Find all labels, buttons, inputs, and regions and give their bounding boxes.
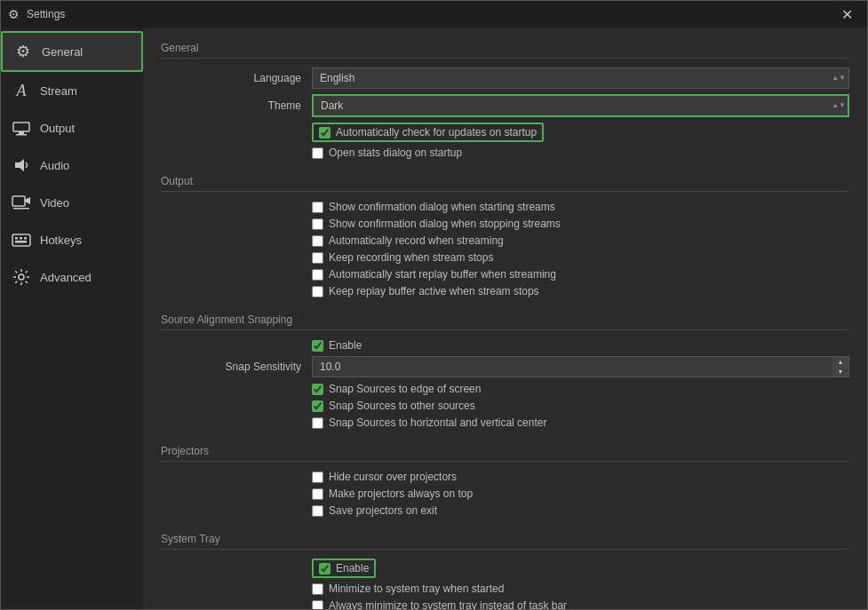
snap-sensitivity-label: Snap Sensitivity <box>161 360 312 373</box>
language-select-wrapper: English <box>312 67 849 89</box>
sidebar-label-hotkeys: Hotkeys <box>40 234 82 247</box>
check-updates-checkbox[interactable] <box>319 127 330 139</box>
general-section-title: General <box>161 42 849 59</box>
theme-control: Dark <box>312 94 849 117</box>
projector-checkbox-1[interactable] <box>312 488 323 500</box>
sidebar-label-audio: Audio <box>40 159 69 172</box>
check-updates-row: Automatically check for updates on start… <box>161 123 849 142</box>
tray-cb-0: Minimize to system tray when started <box>161 582 849 595</box>
sidebar-item-stream[interactable]: A Stream <box>1 72 143 109</box>
output-checkbox-4[interactable] <box>312 269 323 281</box>
snap-sensitivity-control: ▲ ▼ <box>312 356 849 377</box>
theme-select-wrapper: Dark <box>312 94 849 117</box>
open-stats-checkbox[interactable] <box>312 147 323 159</box>
language-select[interactable]: English <box>312 67 849 89</box>
language-row: Language English <box>161 67 849 89</box>
projector-checkbox-2[interactable] <box>312 505 323 517</box>
open-stats-row: Open stats dialog on startup <box>161 147 849 159</box>
output-icon <box>12 118 31 138</box>
svg-rect-8 <box>15 237 18 240</box>
output-cb-row-1: Show confirmation dialog when stopping s… <box>161 218 849 230</box>
theme-select[interactable]: Dark <box>312 94 849 117</box>
title-bar-left: ⚙ Settings <box>8 7 65 21</box>
system-tray-section: System Tray Enable Minimize to system tr… <box>161 533 849 609</box>
output-checkbox-1[interactable] <box>312 218 323 230</box>
snap-other-row: Snap Sources to other sources <box>161 400 849 412</box>
video-icon <box>12 193 31 212</box>
sidebar-item-video[interactable]: Video <box>1 184 143 221</box>
snap-enable-row: Enable <box>161 339 849 352</box>
tray-checkbox-1[interactable] <box>312 600 323 610</box>
output-checkbox-3[interactable] <box>312 252 323 264</box>
output-section: Output Show confirmation dialog when sta… <box>161 175 849 297</box>
output-cb-row-0: Show confirmation dialog when starting s… <box>161 201 849 213</box>
snap-center-row: Snap Sources to horizontal and vertical … <box>161 416 849 429</box>
svg-rect-9 <box>20 237 22 240</box>
svg-rect-7 <box>12 234 30 246</box>
snap-sensitivity-spinners: ▲ ▼ <box>832 356 849 377</box>
tray-enable-row: Enable <box>161 559 376 578</box>
svg-point-12 <box>19 274 24 280</box>
sidebar-label-general: General <box>42 45 83 59</box>
sidebar-label-output: Output <box>40 122 75 135</box>
sidebar-item-general[interactable]: General <box>1 31 143 72</box>
source-alignment-title: Source Alignment Snapping <box>161 313 849 330</box>
tray-enable-checkbox[interactable] <box>319 563 330 574</box>
system-tray-title: System Tray <box>161 533 849 550</box>
sidebar-label-stream: Stream <box>40 84 77 98</box>
output-checkbox-2[interactable] <box>312 235 323 247</box>
output-cb-row-4: Automatically start replay buffer when s… <box>161 268 849 281</box>
svg-rect-11 <box>15 241 27 243</box>
output-checkbox-5[interactable] <box>312 286 323 297</box>
general-section: General Language English <box>161 42 849 159</box>
svg-marker-6 <box>25 197 30 204</box>
content-area: General Language English <box>143 28 867 609</box>
source-alignment-section: Source Alignment Snapping Enable Snap Se… <box>161 313 849 429</box>
stream-icon: A <box>12 81 31 100</box>
output-cb-row-2: Automatically record when streaming <box>161 234 849 247</box>
svg-rect-5 <box>13 208 29 210</box>
theme-label: Theme <box>161 99 312 112</box>
main-content: General A Stream Output <box>1 28 867 609</box>
projectors-section-title: Projectors <box>161 445 849 462</box>
window-icon: ⚙ <box>8 7 20 21</box>
svg-marker-3 <box>15 159 24 171</box>
output-cb-row-5: Keep replay buffer active when stream st… <box>161 285 849 297</box>
snap-center-checkbox[interactable] <box>312 417 323 429</box>
sidebar-item-audio[interactable]: Audio <box>1 147 143 184</box>
close-button[interactable]: ✕ <box>834 4 860 25</box>
sidebar-item-hotkeys[interactable]: Hotkeys <box>1 221 143 258</box>
svg-rect-0 <box>13 123 29 131</box>
tray-checkbox-0[interactable] <box>312 583 323 595</box>
open-stats-label[interactable]: Open stats dialog on startup <box>312 147 462 159</box>
snap-other-checkbox[interactable] <box>312 400 323 412</box>
theme-row: Theme Dark <box>161 94 849 117</box>
advanced-icon <box>12 267 31 287</box>
tray-cb-1: Always minimize to system tray instead o… <box>161 599 849 609</box>
hotkeys-icon <box>12 230 31 250</box>
snap-sensitivity-up[interactable]: ▲ <box>832 357 848 367</box>
snap-sensitivity-input[interactable] <box>312 356 832 377</box>
content-wrapper: General Language English <box>161 42 849 609</box>
language-control: English <box>312 67 849 89</box>
sidebar-item-advanced[interactable]: Advanced <box>1 258 143 296</box>
output-checkbox-0[interactable] <box>312 202 323 213</box>
sidebar-item-output[interactable]: Output <box>1 109 143 147</box>
output-cb-row-3: Keep recording when stream stops <box>161 251 849 264</box>
title-bar: ⚙ Settings ✕ <box>1 1 867 28</box>
projector-checkbox-0[interactable] <box>312 471 323 483</box>
gear-icon <box>13 42 33 61</box>
projector-cb-1: Make projectors always on top <box>161 487 849 500</box>
snap-edge-checkbox[interactable] <box>312 384 323 395</box>
svg-rect-1 <box>19 131 24 134</box>
check-updates-label[interactable]: Automatically check for updates on start… <box>312 123 544 142</box>
projector-cb-0: Hide cursor over projectors <box>161 471 849 483</box>
output-section-title: Output <box>161 175 849 192</box>
projectors-section: Projectors Hide cursor over projectors M… <box>161 445 849 517</box>
snap-enable-checkbox[interactable] <box>312 340 323 352</box>
sidebar-label-video: Video <box>40 196 69 210</box>
snap-sensitivity-down[interactable]: ▼ <box>832 367 848 376</box>
settings-window: ⚙ Settings ✕ General A Stream <box>0 0 868 610</box>
language-label: Language <box>161 72 312 84</box>
sidebar: General A Stream Output <box>1 28 143 609</box>
